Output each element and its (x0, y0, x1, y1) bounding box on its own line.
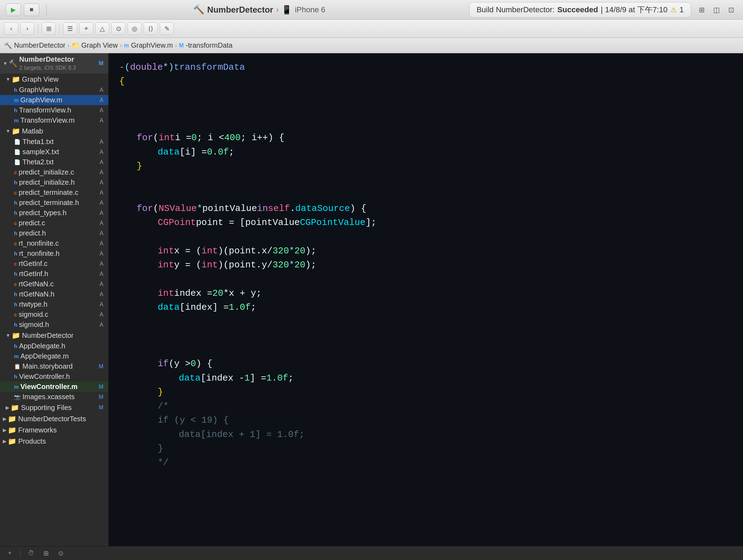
stop-button[interactable]: ■ (24, 4, 39, 16)
theta1-badge: A (100, 139, 103, 145)
rtwtype-h-label: rtwtype.h (19, 300, 100, 308)
code-line-intx: int x = ( int )(point.x/ 320 * 20 ); (109, 244, 743, 258)
sidebar-file-images-xcassets[interactable]: 📷 Images.xcassets M (0, 392, 108, 402)
grid-view-button[interactable]: ⊞ (42, 22, 56, 35)
sidebar-file-transformview-h[interactable]: h TransformView.h A (0, 105, 108, 115)
nav-back-button[interactable]: ‹ (4, 22, 18, 35)
sidebar-group-numberdetector[interactable]: ▼ 📁 NumberDetector (0, 330, 108, 341)
sidebar-file-rtgetinf-h[interactable]: h rtGetInf.h A (0, 269, 108, 279)
note-button[interactable]: ✎ (160, 22, 174, 35)
bookmark-button[interactable]: ⊙ (111, 22, 125, 35)
semi2: ; i++) { (240, 131, 284, 145)
bc-arrow-1: › (68, 42, 69, 49)
chat-button[interactable]: ◎ (128, 22, 142, 35)
breadcrumb-item-3[interactable]: M -transformData (179, 41, 233, 49)
tag-button[interactable]: ⟨⟩ (144, 22, 158, 35)
code-line-blank-4 (109, 173, 743, 187)
sidebar-file-sigmoid-h[interactable]: h sigmoid.h A (0, 320, 108, 330)
breadcrumb-item-2[interactable]: m GraphView.m (124, 41, 173, 49)
breadcrumb-label-0: NumberDetector (14, 41, 66, 49)
code-line-data-assign: data [i] = 0.0f ; (109, 145, 743, 159)
list-view-button[interactable]: ☰ (63, 22, 77, 35)
title-bar-controls: ▶ ■ (6, 4, 39, 16)
bc-arrow-3: › (175, 42, 177, 49)
sidebar-file-main-storyboard[interactable]: 📋 Main.storyboard M (0, 361, 108, 371)
products-arrow: ▶ (3, 438, 7, 444)
main-storyboard-badge: M (99, 363, 103, 370)
clock-button[interactable]: ⏱ (26, 548, 37, 559)
sidebar-file-rt-nonfinite-h[interactable]: h rt_nonfinite.h A (0, 248, 108, 259)
sidebar-file-transformview-m[interactable]: m TransformView.m A (0, 115, 108, 125)
sigmoid-c-badge: A (100, 312, 103, 318)
predict-term-c-label: predict_terminate.c (19, 189, 100, 197)
sidebar-group-supporting[interactable]: ▶ 📁 Supporting Files M (0, 402, 108, 413)
space: index = (174, 286, 212, 300)
code-line-for1: for ( int i = 0 ; i < 400 ; i++) { (109, 131, 743, 145)
breadcrumb-item-0[interactable]: 🔨 NumberDetector (4, 41, 66, 49)
m-file-icon: m (14, 97, 19, 103)
nav-forward-button[interactable]: › (20, 22, 34, 35)
record-bottom-button[interactable]: ⊙ (55, 548, 66, 559)
sidebar-file-predict-h[interactable]: h predict.h A (0, 228, 108, 238)
sidebar-file-predict-term-h[interactable]: h predict_terminate.h A (0, 198, 108, 208)
title-center: 🔨 NumberDetector › 📱 iPhone 6 (54, 4, 465, 15)
data-kw-2: data (158, 300, 179, 314)
num-0-2: 0 (191, 357, 196, 371)
rt-nonfinite-c-badge: A (100, 240, 103, 247)
sidebar-file-predict-term-c[interactable]: c predict_terminate.c A (0, 187, 108, 198)
sidebar-file-theta2[interactable]: 📄 Theta2.txt A (0, 157, 108, 167)
predict-types-h-badge: A (100, 210, 103, 216)
sidebar-file-graphview-m[interactable]: m GraphView.m A (0, 95, 108, 105)
sidebar-group-products[interactable]: ▶ 📁 Products (0, 436, 108, 447)
sidebar-file-predict-init-c[interactable]: c predict_initialize.c A (0, 167, 108, 177)
supporting-folder-icon: 📁 (11, 403, 19, 412)
predict-init-c-badge: A (100, 169, 103, 176)
predict-term-c-badge: A (100, 190, 103, 196)
sidebar-group-ndtests[interactable]: ▶ 📁 NumberDetectorTests (0, 413, 108, 424)
sidebar-root[interactable]: ▼ 🔨 NumberDetector 2 targets, iOS SDK 8.… (0, 53, 108, 74)
xcode-icon: 🔨 (193, 4, 204, 15)
sidebar-file-rtgetnan-h[interactable]: h rtGetNaN.h A (0, 289, 108, 299)
sidebar-group-matlab[interactable]: ▼ 📁 Matlab (0, 125, 108, 137)
activity-button[interactable]: ◫ (710, 4, 723, 16)
sidebar-file-sigmoid-c[interactable]: c sigmoid.c A (0, 309, 108, 320)
sidebar-file-rtgetnan-c[interactable]: c rtGetNaN.c A (0, 279, 108, 289)
title-right-icons: ⊞ ◫ ⊡ (695, 4, 737, 16)
sidebar-file-predict-c[interactable]: c predict.c A (0, 218, 108, 228)
sidebar-group-frameworks[interactable]: ▶ 📁 Frameworks (0, 424, 108, 436)
appdelegate-h-label: AppDelegate.h (19, 342, 105, 350)
products-label: Products (18, 437, 105, 445)
sidebar-file-predict-types-h[interactable]: h predict_types.h A (0, 208, 108, 218)
sidebar-group-graphview[interactable]: ▼ 📁 Graph View (0, 74, 108, 85)
sidebar-file-viewcontroller-h[interactable]: h ViewController.h (0, 371, 108, 382)
sidebar-file-appdelegate-m[interactable]: m AppDelegate.m (0, 351, 108, 361)
close-brace-if: } (158, 385, 163, 399)
sigmoid-h-label: sigmoid.h (19, 321, 100, 329)
sidebar-file-graphview-h[interactable]: h GraphView.h A (0, 85, 108, 95)
warning-icon: ⚠ (670, 6, 677, 14)
play-button[interactable]: ▶ (6, 4, 21, 16)
self-kw: self (268, 202, 290, 216)
sidebar-file-rt-nonfinite-c[interactable]: c rt_nonfinite.c A (0, 238, 108, 248)
mark-button[interactable]: △ (95, 22, 109, 35)
code-line-blank-5 (109, 187, 743, 202)
debug-button[interactable]: ⊡ (725, 4, 737, 16)
split-view-button[interactable]: ⊞ (695, 4, 708, 16)
xcode-bc-icon: 🔨 (4, 42, 12, 49)
sidebar-file-rtgetinf-c[interactable]: c rtGetInf.c A (0, 259, 108, 269)
sidebar-file-theta1[interactable]: 📄 Theta1.txt A (0, 137, 108, 147)
cgpointvalue-method: CGPointValue (300, 216, 366, 230)
pv: pointValue (202, 202, 257, 216)
code-editor[interactable]: - ( double * ) transformData { for ( int… (109, 53, 743, 546)
grid-bottom-button[interactable]: ⊞ (40, 548, 52, 559)
breadcrumb-item-1[interactable]: 📁 Graph View (71, 41, 118, 49)
rtgetnan-c-badge: A (100, 281, 103, 287)
open-brace: { (119, 74, 125, 88)
add-button[interactable]: + (4, 548, 15, 559)
sidebar-file-viewcontroller-m[interactable]: m ViewController.m M (0, 382, 108, 392)
sidebar-file-samplex[interactable]: 📄 sampleX.txt A (0, 147, 108, 157)
sidebar-file-predict-init-h[interactable]: h predict_initialize.h A (0, 177, 108, 187)
filter-button[interactable]: ⌖ (79, 22, 93, 35)
sidebar-file-appdelegate-h[interactable]: h AppDelegate.h (0, 341, 108, 351)
sidebar-file-rtwtype-h[interactable]: h rtwtype.h A (0, 299, 108, 309)
